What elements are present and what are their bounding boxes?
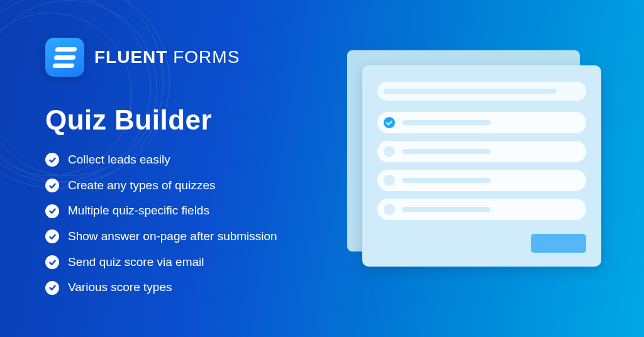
radio-unselected-icon xyxy=(384,146,395,157)
left-content: FLUENT FORMS Quiz Builder Collect leads … xyxy=(45,38,347,306)
form-illustration xyxy=(347,50,599,277)
promo-banner: FLUENT FORMS Quiz Builder Collect leads … xyxy=(0,0,644,337)
check-icon xyxy=(45,153,59,167)
radio-selected-icon xyxy=(384,117,395,128)
placeholder-bar xyxy=(402,207,491,212)
feature-text: Create any types of quizzes xyxy=(68,178,215,194)
feature-text: Collect leads easily xyxy=(68,152,170,168)
feature-text: Various score types xyxy=(68,280,172,296)
radio-unselected-icon xyxy=(384,175,395,186)
fluent-forms-logo-icon xyxy=(45,38,84,77)
feature-item: Show answer on-page after submission xyxy=(45,229,347,245)
feature-text: Show answer on-page after submission xyxy=(68,229,277,245)
brand-name: FLUENT FORMS xyxy=(94,47,240,67)
check-icon xyxy=(45,229,59,243)
submit-button-illustration xyxy=(531,234,586,253)
placeholder-bar xyxy=(402,120,491,125)
feature-item: Collect leads easily xyxy=(45,152,347,168)
form-card xyxy=(362,65,601,267)
feature-list: Collect leads easily Create any types of… xyxy=(45,152,347,296)
placeholder-bar xyxy=(402,149,491,154)
feature-item: Multiple quiz-specific fields xyxy=(45,203,347,219)
brand-name-light: FORMS xyxy=(173,47,240,67)
quiz-option-row xyxy=(377,141,586,162)
check-icon xyxy=(45,255,59,269)
quiz-option-row xyxy=(377,112,586,133)
check-icon xyxy=(45,204,59,218)
check-icon xyxy=(45,281,59,295)
brand-name-strong: FLUENT xyxy=(94,47,167,67)
quiz-option-row xyxy=(377,170,586,191)
brand-lockup: FLUENT FORMS xyxy=(45,38,347,77)
placeholder-bar xyxy=(402,178,491,183)
quiz-option-row xyxy=(377,199,586,220)
check-icon xyxy=(45,179,59,192)
page-title: Quiz Builder xyxy=(45,104,347,136)
placeholder-bar xyxy=(384,89,557,94)
radio-unselected-icon xyxy=(384,204,395,215)
feature-item: Various score types xyxy=(45,280,347,296)
feature-item: Create any types of quizzes xyxy=(45,178,347,194)
feature-item: Send quiz score via email xyxy=(45,255,347,270)
feature-text: Send quiz score via email xyxy=(68,255,204,270)
feature-text: Multiple quiz-specific fields xyxy=(68,203,209,219)
form-title-field xyxy=(377,82,586,101)
